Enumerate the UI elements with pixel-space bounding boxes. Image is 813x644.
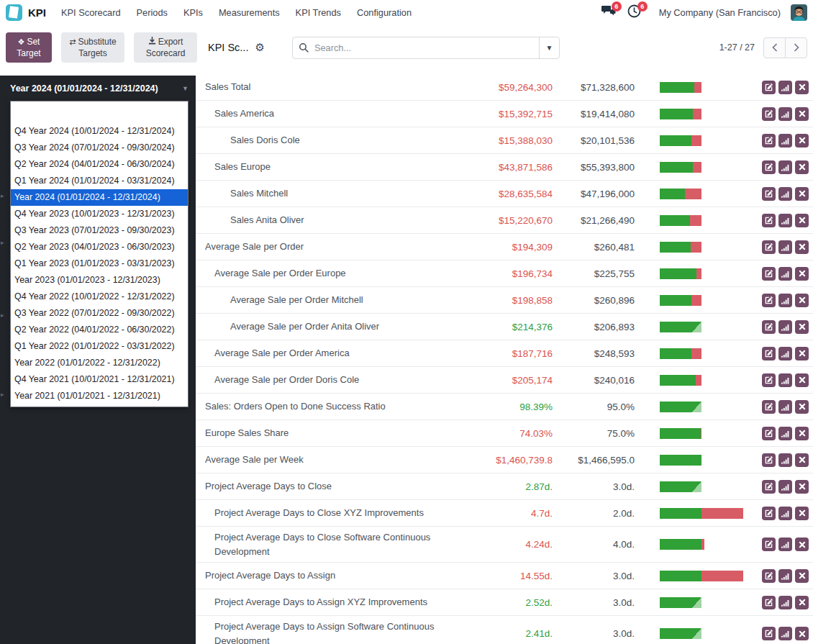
- kpi-chart-button[interactable]: [778, 538, 792, 551]
- kpi-target-value[interactable]: 2.0d.: [573, 508, 655, 519]
- app-brand[interactable]: KPI: [28, 6, 46, 19]
- tree-expand-icon[interactable]: ▸: [1, 391, 4, 398]
- kpi-target-value[interactable]: $260,896: [573, 295, 655, 306]
- kpi-chart-button[interactable]: [778, 453, 792, 467]
- period-select[interactable]: Year 2024 (01/01/2024 - 12/31/2024) ▼: [0, 76, 196, 94]
- gear-icon[interactable]: ⚙: [255, 41, 264, 54]
- kpi-target-value[interactable]: $225,755: [573, 268, 655, 279]
- edit-kpi-button[interactable]: [762, 627, 776, 640]
- kpi-chart-button[interactable]: [778, 480, 792, 494]
- delete-kpi-button[interactable]: [795, 400, 809, 414]
- period-option[interactable]: Q2 Year 2022 (04/01/2022 - 06/30/2022): [11, 322, 188, 338]
- kpi-target-value[interactable]: 75.0%: [573, 428, 655, 439]
- kpi-chart-button[interactable]: [778, 160, 792, 174]
- edit-kpi-button[interactable]: [762, 240, 776, 254]
- menu-item-kpi-trends[interactable]: KPI Trends: [288, 7, 349, 18]
- kpi-target-value[interactable]: 4.0d.: [573, 539, 655, 550]
- edit-kpi-button[interactable]: [762, 81, 776, 94]
- export-scorecard-button[interactable]: Export Scorecard: [134, 32, 197, 63]
- kpi-chart-button[interactable]: [778, 347, 792, 360]
- kpi-chart-button[interactable]: [778, 214, 792, 227]
- kpi-chart-button[interactable]: [778, 107, 792, 121]
- edit-kpi-button[interactable]: [762, 538, 776, 551]
- delete-kpi-button[interactable]: [795, 596, 809, 609]
- kpi-chart-button[interactable]: [778, 627, 792, 640]
- kpi-chart-button[interactable]: [778, 507, 792, 520]
- pager-prev-button[interactable]: [763, 37, 786, 58]
- tree-expand-icon[interactable]: ▸: [1, 239, 4, 246]
- kpi-chart-button[interactable]: [778, 596, 792, 609]
- period-option[interactable]: Year 2023 (01/01/2023 - 12/31/2023): [11, 272, 188, 289]
- kpi-target-value[interactable]: $71,328,600: [573, 82, 655, 93]
- delete-kpi-button[interactable]: [795, 453, 809, 467]
- kpi-chart-button[interactable]: [778, 81, 792, 94]
- delete-kpi-button[interactable]: [795, 507, 809, 520]
- edit-kpi-button[interactable]: [762, 134, 776, 148]
- kpi-target-value[interactable]: $206,893: [573, 322, 655, 332]
- delete-kpi-button[interactable]: [795, 320, 809, 334]
- kpi-target-value[interactable]: 3.0d.: [573, 481, 655, 492]
- breadcrumb[interactable]: KPI Sc...: [208, 42, 248, 53]
- delete-kpi-button[interactable]: [795, 187, 809, 201]
- kpi-chart-button[interactable]: [778, 400, 792, 414]
- delete-kpi-button[interactable]: [795, 294, 809, 307]
- kpi-chart-button[interactable]: [778, 294, 792, 307]
- period-option[interactable]: Year 2022 (01/01/2022 - 12/31/2022): [11, 355, 188, 371]
- delete-kpi-button[interactable]: [795, 160, 809, 174]
- delete-kpi-button[interactable]: [795, 81, 809, 94]
- app-logo-icon[interactable]: [6, 4, 22, 21]
- delete-kpi-button[interactable]: [795, 373, 809, 387]
- kpi-target-value[interactable]: 3.0d.: [573, 571, 655, 581]
- messages-button[interactable]: 6: [600, 4, 617, 21]
- kpi-chart-button[interactable]: [778, 267, 792, 281]
- period-option[interactable]: Q2 Year 2023 (04/01/2023 - 06/30/2023): [11, 239, 188, 255]
- kpi-target-value[interactable]: $19,414,080: [573, 109, 655, 119]
- period-option[interactable]: Q4 Year 2024 (10/01/2024 - 12/31/2024): [11, 123, 188, 140]
- kpi-target-value[interactable]: $21,266,490: [573, 215, 655, 226]
- delete-kpi-button[interactable]: [795, 480, 809, 494]
- edit-kpi-button[interactable]: [762, 347, 776, 360]
- kpi-chart-button[interactable]: [778, 569, 792, 583]
- delete-kpi-button[interactable]: [795, 267, 809, 281]
- edit-kpi-button[interactable]: [762, 480, 776, 494]
- delete-kpi-button[interactable]: [795, 134, 809, 148]
- kpi-target-value[interactable]: 3.0d.: [573, 597, 655, 608]
- menu-item-periods[interactable]: Periods: [129, 7, 176, 18]
- delete-kpi-button[interactable]: [795, 240, 809, 254]
- delete-kpi-button[interactable]: [795, 627, 809, 640]
- kpi-target-value[interactable]: $47,196,000: [573, 189, 655, 199]
- period-option[interactable]: Q4 Year 2021 (10/01/2021 - 12/31/2021): [11, 371, 188, 388]
- search-input[interactable]: [314, 42, 539, 53]
- edit-kpi-button[interactable]: [762, 507, 776, 520]
- delete-kpi-button[interactable]: [795, 538, 809, 551]
- period-option[interactable]: Year 2021 (01/01/2021 - 12/31/2021): [11, 388, 188, 404]
- edit-kpi-button[interactable]: [762, 453, 776, 467]
- user-avatar[interactable]: [791, 4, 807, 21]
- period-option[interactable]: Year 2024 (01/01/2024 - 12/31/2024): [11, 189, 188, 206]
- kpi-target-value[interactable]: 95.0%: [573, 402, 655, 412]
- edit-kpi-button[interactable]: [762, 214, 776, 227]
- delete-kpi-button[interactable]: [795, 427, 809, 440]
- kpi-chart-button[interactable]: [778, 427, 792, 440]
- menu-item-kpi-scorecard[interactable]: KPI Scorecard: [53, 7, 129, 18]
- edit-kpi-button[interactable]: [762, 160, 776, 174]
- delete-kpi-button[interactable]: [795, 347, 809, 360]
- period-option[interactable]: [11, 101, 188, 123]
- search-filter-toggle[interactable]: ▼: [539, 37, 559, 58]
- kpi-target-value[interactable]: $20,101,536: [573, 135, 655, 146]
- kpi-target-value[interactable]: $248,593: [573, 348, 655, 359]
- kpi-target-value[interactable]: $1,466,595.0: [573, 455, 655, 466]
- activities-button[interactable]: 6: [626, 4, 643, 21]
- kpi-target-value[interactable]: 3.0d.: [573, 628, 655, 639]
- tree-expand-icon[interactable]: ▸: [1, 312, 4, 319]
- edit-kpi-button[interactable]: [762, 107, 776, 121]
- period-option[interactable]: Q1 Year 2022 (01/01/2022 - 03/31/2022): [11, 338, 188, 355]
- kpi-target-value[interactable]: $240,016: [573, 375, 655, 386]
- period-option[interactable]: Q2 Year 2024 (04/01/2024 - 06/30/2024): [11, 156, 188, 173]
- kpi-target-value[interactable]: $55,393,800: [573, 162, 655, 173]
- period-option[interactable]: Q1 Year 2024 (01/01/2024 - 03/31/2024): [11, 173, 188, 189]
- delete-kpi-button[interactable]: [795, 569, 809, 583]
- edit-kpi-button[interactable]: [762, 294, 776, 307]
- edit-kpi-button[interactable]: [762, 400, 776, 414]
- menu-item-kpis[interactable]: KPIs: [176, 7, 211, 18]
